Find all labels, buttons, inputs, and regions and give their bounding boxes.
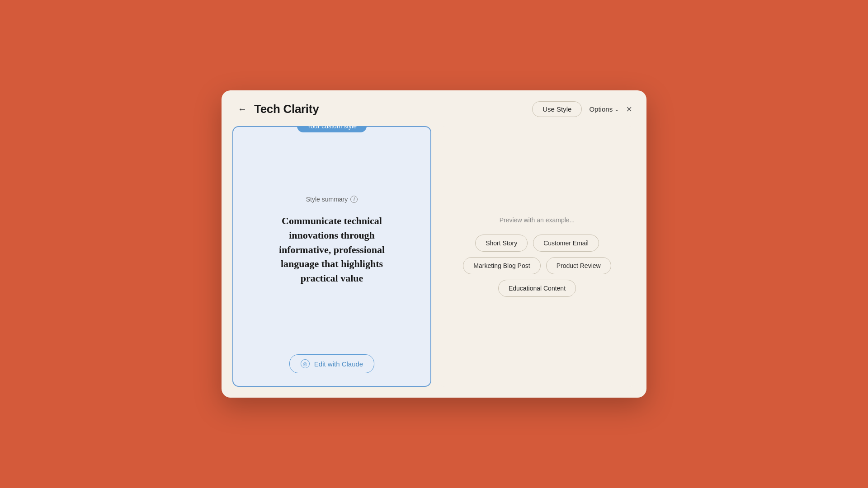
left-panel-content: Style summary i Communicate technical in…	[248, 127, 416, 354]
style-summary-label: Style summary	[306, 196, 348, 203]
use-style-button[interactable]: Use Style	[532, 101, 582, 117]
educational-content-button[interactable]: Educational Content	[498, 280, 576, 297]
example-buttons: Short Story Customer Email Marketing Blo…	[453, 235, 621, 297]
right-panel: Preview with an example... Short Story C…	[439, 126, 636, 387]
edit-claude-label: Edit with Claude	[314, 360, 363, 368]
close-button[interactable]: ×	[626, 103, 632, 115]
chevron-down-icon: ⌄	[614, 106, 619, 113]
options-label: Options	[589, 105, 613, 113]
customer-email-button[interactable]: Customer Email	[533, 235, 599, 252]
left-panel: Your custom style Style summary i Commun…	[232, 126, 431, 387]
product-review-button[interactable]: Product Review	[546, 257, 611, 274]
example-row-1: Short Story Customer Email	[475, 235, 599, 252]
back-button[interactable]: ←	[236, 102, 249, 116]
modal-body: Your custom style Style summary i Commun…	[222, 126, 646, 398]
options-button[interactable]: Options ⌄	[589, 105, 619, 113]
main-modal: ← Tech Clarity Use Style Options ⌄ × You…	[222, 90, 646, 398]
preview-label: Preview with an example...	[500, 216, 575, 224]
edit-with-claude-button[interactable]: ◎ Edit with Claude	[289, 354, 374, 373]
info-icon: i	[350, 196, 358, 203]
short-story-button[interactable]: Short Story	[475, 235, 528, 252]
modal-title: Tech Clarity	[254, 102, 319, 116]
header-right: Use Style Options ⌄ ×	[532, 101, 632, 117]
custom-style-badge: Your custom style	[297, 126, 367, 132]
claude-icon: ◎	[301, 359, 310, 368]
style-description: Communicate technical innovations throug…	[264, 214, 400, 286]
header-left: ← Tech Clarity	[236, 102, 319, 116]
style-summary-section: Style summary i	[306, 196, 358, 203]
example-row-2: Marketing Blog Post Product Review	[463, 257, 611, 274]
example-row-3: Educational Content	[498, 280, 576, 297]
marketing-blog-post-button[interactable]: Marketing Blog Post	[463, 257, 540, 274]
modal-header: ← Tech Clarity Use Style Options ⌄ ×	[222, 90, 646, 126]
